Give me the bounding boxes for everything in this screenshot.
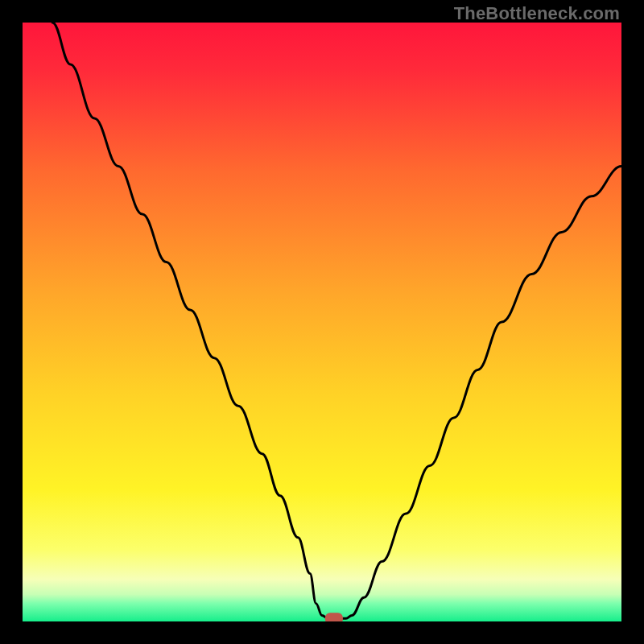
- optimum-marker: [325, 613, 343, 621]
- chart-svg: [23, 23, 621, 621]
- watermark-text: TheBottleneck.com: [454, 3, 620, 24]
- plot-area: [23, 23, 621, 621]
- chart-frame: TheBottleneck.com: [0, 0, 644, 644]
- gradient-background: [23, 23, 621, 621]
